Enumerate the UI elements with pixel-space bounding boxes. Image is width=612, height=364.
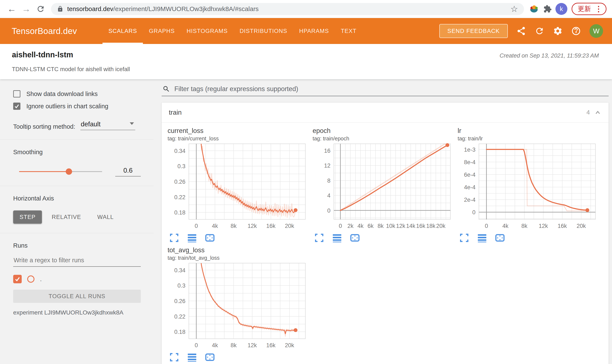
tab-scalars[interactable]: SCALARS — [102, 18, 143, 44]
svg-text:6e-4: 6e-4 — [464, 172, 475, 178]
search-icon — [163, 85, 170, 93]
pan-zoom-icon[interactable] — [495, 233, 505, 243]
train-section-card: train 4 current_loss tag: train/current_… — [162, 103, 609, 364]
check-icon — [14, 276, 20, 282]
browser-profile-avatar[interactable]: k — [556, 3, 567, 15]
svg-text:12k: 12k — [396, 223, 405, 229]
svg-text:8: 8 — [327, 178, 331, 184]
chart-canvas[interactable]: 04k8k12k16k20k02e-44e-46e-48e-41e-3 — [458, 142, 599, 232]
settings-gear-icon[interactable] — [553, 26, 563, 36]
train-section-header[interactable]: train 4 — [162, 103, 609, 123]
chart-tag: tag: train/lr — [458, 135, 599, 142]
toggle-y-axis-icon[interactable] — [332, 233, 342, 243]
horizontal-axis-label: Horizontal Axis — [13, 195, 141, 202]
svg-text:4e-4: 4e-4 — [464, 184, 475, 191]
svg-text:6k: 6k — [367, 223, 374, 229]
extensions-puzzle-icon[interactable] — [542, 3, 553, 15]
help-icon[interactable] — [571, 26, 581, 36]
content: Show data download links Ignore outliers… — [0, 79, 612, 364]
url-bar[interactable]: tensorboard.dev/experiment/LJI9MWUORLOw3… — [51, 3, 524, 15]
back-icon[interactable]: ← — [6, 3, 18, 15]
kebab-menu-icon: ⋮ — [595, 4, 602, 13]
axis-relative-button[interactable]: RELATIVE — [45, 210, 87, 224]
charts-grid: current_loss tag: train/current_loss 04k… — [162, 123, 609, 362]
expand-chart-icon[interactable] — [169, 233, 179, 243]
svg-text:12k: 12k — [539, 223, 548, 229]
chart-title: current_loss — [167, 127, 309, 135]
expand-chart-icon[interactable] — [314, 233, 324, 243]
toggle-y-axis-icon[interactable] — [187, 352, 197, 362]
svg-text:0.18: 0.18 — [174, 209, 185, 216]
runs-filter-input[interactable] — [13, 257, 141, 267]
toggle-all-runs-button[interactable]: TOGGLE ALL RUNS — [13, 290, 141, 303]
divider — [0, 140, 153, 140]
svg-text:8k: 8k — [521, 223, 528, 229]
tooltip-sorting-select[interactable]: default — [80, 120, 135, 130]
show-download-links-row: Show data download links — [13, 90, 141, 97]
browser-update-menu-button[interactable]: 更新 ⋮ — [571, 3, 606, 15]
toggle-y-axis-icon[interactable] — [477, 233, 487, 243]
chart-canvas[interactable]: 04k8k12k16k20k0.180.220.260.30.34 — [167, 261, 309, 351]
chart-canvas[interactable]: 04k8k12k16k20k0.180.220.260.30.34 — [167, 142, 309, 232]
filter-tags-input[interactable] — [174, 85, 609, 93]
smoothing-row: 0.6 — [13, 167, 141, 176]
share-icon[interactable] — [516, 26, 526, 36]
svg-text:20k: 20k — [285, 223, 294, 229]
svg-text:0: 0 — [472, 209, 475, 216]
axis-step-button[interactable]: STEP — [13, 210, 42, 224]
ignore-outliers-checkbox[interactable] — [13, 103, 20, 110]
tab-text[interactable]: TEXT — [335, 18, 362, 44]
update-label: 更新 — [578, 4, 591, 13]
tab-distributions[interactable]: DISTRIBUTIONS — [234, 18, 293, 44]
app-logo[interactable]: TensorBoard.dev — [12, 18, 77, 44]
tab-graphs[interactable]: GRAPHS — [143, 18, 181, 44]
reload-icon[interactable] — [34, 3, 47, 15]
toggle-y-axis-icon[interactable] — [187, 233, 197, 243]
smoothing-value[interactable]: 0.6 — [115, 167, 141, 176]
forward-icon[interactable]: → — [20, 3, 32, 15]
expand-chart-icon[interactable] — [169, 352, 179, 362]
svg-text:0.22: 0.22 — [174, 313, 185, 320]
url-text: tensorboard.dev/experiment/LJI9MWUORLOw3… — [67, 5, 259, 13]
run-color-swatch[interactable] — [27, 275, 34, 283]
svg-text:4k: 4k — [358, 223, 364, 229]
tooltip-sorting-row: Tooltip sorting method: default — [13, 120, 141, 130]
svg-text:0: 0 — [339, 223, 342, 229]
tab-hparams[interactable]: HPARAMS — [293, 18, 335, 44]
svg-text:14k: 14k — [406, 223, 416, 229]
svg-text:0: 0 — [327, 208, 331, 214]
run-row: . — [13, 275, 141, 283]
run-checkbox[interactable] — [13, 275, 22, 283]
pan-zoom-icon[interactable] — [205, 352, 215, 362]
experiment-title: aishell-tdnn-lstm — [12, 50, 130, 59]
slider-thumb[interactable] — [66, 169, 72, 175]
tab-histograms[interactable]: HISTOGRAMS — [181, 18, 234, 44]
send-feedback-button[interactable]: SEND FEEDBACK — [439, 24, 508, 38]
pan-zoom-icon[interactable] — [205, 233, 215, 243]
svg-text:0.22: 0.22 — [174, 194, 185, 200]
svg-text:8k: 8k — [377, 223, 384, 229]
experiment-subtitle: TDNN-LSTM CTC model for aishell with ice… — [12, 66, 130, 73]
bookmark-star-icon[interactable]: ☆ — [510, 5, 518, 13]
svg-text:16k: 16k — [557, 223, 567, 229]
chart-tag: tag: train/current_loss — [167, 135, 309, 142]
fruit-extension-icon[interactable] — [528, 3, 540, 15]
show-download-links-checkbox[interactable] — [13, 90, 20, 97]
svg-text:12: 12 — [324, 162, 331, 169]
nav-tabs: SCALARS GRAPHS HISTOGRAMS DISTRIBUTIONS … — [102, 18, 362, 44]
pan-zoom-icon[interactable] — [350, 233, 360, 243]
chart-title: tot_avg_loss — [167, 246, 309, 254]
user-avatar[interactable]: W — [589, 24, 603, 38]
axis-wall-button[interactable]: WALL — [91, 210, 120, 224]
smoothing-slider[interactable] — [19, 171, 102, 172]
chart-canvas[interactable]: 02k4k6k8k10k12k14k16k18k20k0481216 — [313, 142, 454, 232]
checkbox-label: Ignore outliers in chart scaling — [26, 103, 108, 110]
expand-chart-icon[interactable] — [459, 233, 469, 243]
svg-text:0.34: 0.34 — [174, 148, 185, 154]
browser-toolbar: ← → tensorboard.dev/experiment/LJI9MWUOR… — [0, 0, 612, 18]
refresh-icon[interactable] — [535, 26, 544, 36]
chevron-up-icon[interactable] — [594, 109, 601, 116]
smoothing-label: Smoothing — [13, 149, 141, 156]
filter-tags-row — [162, 85, 609, 96]
chart-current-loss: current_loss tag: train/current_loss 04k… — [167, 127, 309, 243]
